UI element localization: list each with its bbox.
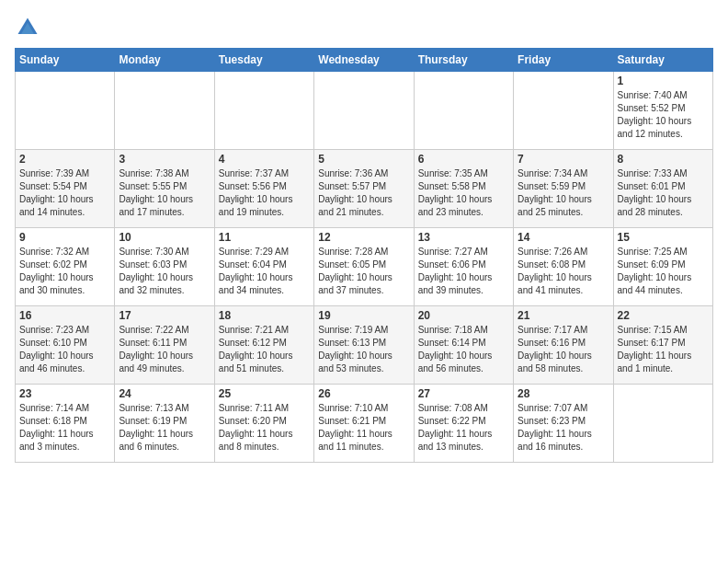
day-info: Sunrise: 7:14 AM Sunset: 6:18 PM Dayligh… [19,402,110,454]
logo-icon [15,15,40,40]
calendar-cell: 14Sunrise: 7:26 AM Sunset: 6:08 PM Dayli… [514,228,613,306]
calendar-cell: 3Sunrise: 7:38 AM Sunset: 5:55 PM Daylig… [115,150,214,228]
day-info: Sunrise: 7:10 AM Sunset: 6:21 PM Dayligh… [318,402,409,454]
day-info: Sunrise: 7:19 AM Sunset: 6:13 PM Dayligh… [318,324,409,375]
day-number: 15 [618,231,709,244]
calendar-cell: 13Sunrise: 7:27 AM Sunset: 6:06 PM Dayli… [414,228,513,306]
calendar-cell: 28Sunrise: 7:07 AM Sunset: 6:23 PM Dayli… [514,385,613,463]
calendar-cell: 21Sunrise: 7:17 AM Sunset: 6:16 PM Dayli… [514,306,613,385]
day-number: 5 [318,153,409,166]
calendar-cell [314,72,414,150]
day-number: 3 [119,153,210,166]
logo [15,15,44,40]
calendar-cell: 2Sunrise: 7:39 AM Sunset: 5:54 PM Daylig… [16,150,115,228]
week-row-2: 2Sunrise: 7:39 AM Sunset: 5:54 PM Daylig… [16,150,713,228]
day-header-sunday: Sunday [16,49,115,72]
day-info: Sunrise: 7:32 AM Sunset: 6:02 PM Dayligh… [19,246,110,297]
calendar-cell: 4Sunrise: 7:37 AM Sunset: 5:56 PM Daylig… [214,150,313,228]
day-number: 21 [518,309,609,322]
calendar-cell: 15Sunrise: 7:25 AM Sunset: 6:09 PM Dayli… [613,228,712,306]
calendar-cell: 19Sunrise: 7:19 AM Sunset: 6:13 PM Dayli… [314,306,414,385]
calendar-cell: 26Sunrise: 7:10 AM Sunset: 6:21 PM Dayli… [314,385,414,463]
calendar-cell: 20Sunrise: 7:18 AM Sunset: 6:14 PM Dayli… [414,306,513,385]
day-number: 17 [119,309,210,322]
day-info: Sunrise: 7:29 AM Sunset: 6:04 PM Dayligh… [219,246,310,297]
day-number: 14 [518,231,609,244]
calendar-cell: 1Sunrise: 7:40 AM Sunset: 5:52 PM Daylig… [613,72,712,150]
day-info: Sunrise: 7:28 AM Sunset: 6:05 PM Dayligh… [318,246,409,297]
calendar-cell: 8Sunrise: 7:33 AM Sunset: 6:01 PM Daylig… [613,150,712,228]
day-info: Sunrise: 7:30 AM Sunset: 6:03 PM Dayligh… [119,246,210,297]
calendar-cell [115,72,214,150]
day-number: 2 [19,153,110,166]
calendar-cell [613,385,712,463]
day-info: Sunrise: 7:11 AM Sunset: 6:20 PM Dayligh… [219,402,310,454]
day-number: 8 [618,153,709,166]
day-number: 16 [19,309,110,322]
day-number: 11 [219,231,310,244]
day-info: Sunrise: 7:17 AM Sunset: 6:16 PM Dayligh… [518,324,609,375]
day-number: 13 [418,231,509,244]
calendar-cell: 12Sunrise: 7:28 AM Sunset: 6:05 PM Dayli… [314,228,414,306]
calendar-cell: 23Sunrise: 7:14 AM Sunset: 6:18 PM Dayli… [16,385,115,463]
week-row-1: 1Sunrise: 7:40 AM Sunset: 5:52 PM Daylig… [16,72,713,150]
calendar-cell: 22Sunrise: 7:15 AM Sunset: 6:17 PM Dayli… [613,306,712,385]
day-number: 9 [19,231,110,244]
day-number: 7 [518,153,609,166]
day-info: Sunrise: 7:15 AM Sunset: 6:17 PM Dayligh… [618,324,709,375]
day-number: 28 [518,387,609,400]
day-number: 26 [318,387,409,400]
page-header [15,15,713,40]
day-header-monday: Monday [115,49,214,72]
day-info: Sunrise: 7:18 AM Sunset: 6:14 PM Dayligh… [418,324,509,375]
day-info: Sunrise: 7:38 AM Sunset: 5:55 PM Dayligh… [119,167,210,219]
day-number: 23 [19,387,110,400]
calendar-cell [514,72,613,150]
day-info: Sunrise: 7:26 AM Sunset: 6:08 PM Dayligh… [518,246,609,297]
calendar-cell: 16Sunrise: 7:23 AM Sunset: 6:10 PM Dayli… [16,306,115,385]
day-info: Sunrise: 7:21 AM Sunset: 6:12 PM Dayligh… [219,324,310,375]
day-number: 4 [219,153,310,166]
day-header-friday: Friday [514,49,613,72]
day-info: Sunrise: 7:39 AM Sunset: 5:54 PM Dayligh… [19,167,110,219]
calendar-cell: 7Sunrise: 7:34 AM Sunset: 5:59 PM Daylig… [514,150,613,228]
day-header-tuesday: Tuesday [214,49,313,72]
day-info: Sunrise: 7:23 AM Sunset: 6:10 PM Dayligh… [19,324,110,375]
day-info: Sunrise: 7:13 AM Sunset: 6:19 PM Dayligh… [119,402,210,454]
day-number: 18 [219,309,310,322]
calendar-cell: 25Sunrise: 7:11 AM Sunset: 6:20 PM Dayli… [214,385,313,463]
day-header-thursday: Thursday [414,49,513,72]
calendar-table: SundayMondayTuesdayWednesdayThursdayFrid… [15,48,713,463]
calendar-cell: 11Sunrise: 7:29 AM Sunset: 6:04 PM Dayli… [214,228,313,306]
day-number: 6 [418,153,509,166]
day-info: Sunrise: 7:36 AM Sunset: 5:57 PM Dayligh… [318,167,409,219]
calendar-cell: 10Sunrise: 7:30 AM Sunset: 6:03 PM Dayli… [115,228,214,306]
day-number: 19 [318,309,409,322]
day-info: Sunrise: 7:33 AM Sunset: 6:01 PM Dayligh… [618,167,709,219]
calendar-cell: 18Sunrise: 7:21 AM Sunset: 6:12 PM Dayli… [214,306,313,385]
day-info: Sunrise: 7:08 AM Sunset: 6:22 PM Dayligh… [418,402,509,454]
week-row-5: 23Sunrise: 7:14 AM Sunset: 6:18 PM Dayli… [16,385,713,463]
day-number: 12 [318,231,409,244]
day-info: Sunrise: 7:25 AM Sunset: 6:09 PM Dayligh… [618,246,709,297]
calendar-cell [414,72,513,150]
day-info: Sunrise: 7:07 AM Sunset: 6:23 PM Dayligh… [518,402,609,454]
day-number: 10 [119,231,210,244]
calendar-cell: 17Sunrise: 7:22 AM Sunset: 6:11 PM Dayli… [115,306,214,385]
day-header-saturday: Saturday [613,49,712,72]
calendar-cell: 5Sunrise: 7:36 AM Sunset: 5:57 PM Daylig… [314,150,414,228]
day-number: 22 [618,309,709,322]
day-number: 25 [219,387,310,400]
day-info: Sunrise: 7:35 AM Sunset: 5:58 PM Dayligh… [418,167,509,219]
calendar-cell: 24Sunrise: 7:13 AM Sunset: 6:19 PM Dayli… [115,385,214,463]
day-info: Sunrise: 7:22 AM Sunset: 6:11 PM Dayligh… [119,324,210,375]
calendar-cell: 6Sunrise: 7:35 AM Sunset: 5:58 PM Daylig… [414,150,513,228]
day-info: Sunrise: 7:27 AM Sunset: 6:06 PM Dayligh… [418,246,509,297]
day-number: 24 [119,387,210,400]
day-info: Sunrise: 7:34 AM Sunset: 5:59 PM Dayligh… [518,167,609,219]
day-number: 20 [418,309,509,322]
calendar-cell [214,72,313,150]
day-number: 27 [418,387,509,400]
calendar-cell: 27Sunrise: 7:08 AM Sunset: 6:22 PM Dayli… [414,385,513,463]
days-header-row: SundayMondayTuesdayWednesdayThursdayFrid… [16,49,713,72]
